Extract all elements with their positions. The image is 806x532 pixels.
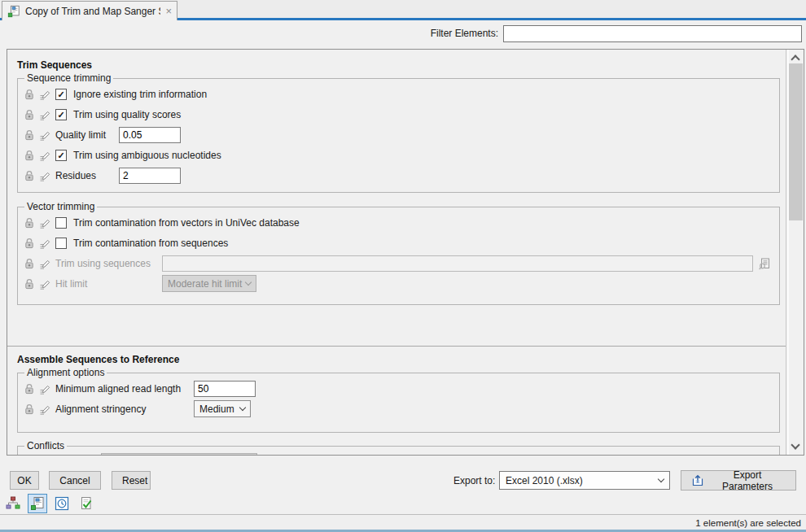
edit-pencil-icon[interactable]	[39, 89, 50, 100]
reset-button[interactable]: Reset	[112, 471, 151, 490]
checkbox[interactable]: ✓	[55, 150, 67, 161]
param-row: Trim contamination from sequences	[18, 233, 779, 253]
export-parameters-icon	[691, 474, 704, 487]
param-label: Trim using sequences	[55, 258, 162, 269]
alignment-stringency-dropdown[interactable]: Medium	[194, 400, 251, 417]
view-mode-toolbar	[3, 494, 96, 513]
scroll-up-icon[interactable]	[791, 55, 799, 63]
filter-elements-label: Filter Elements:	[431, 28, 498, 39]
param-label: Alignment stringency	[55, 403, 194, 415]
selection-status-text: 1 element(s) are selected	[695, 518, 801, 528]
param-label: Hit limit	[55, 278, 162, 290]
param-row: Trim contamination from vectors in UniVe…	[18, 212, 779, 233]
tab-title: Copy of Trim and Map Sanger S...	[25, 6, 160, 17]
tab-copy-of-trim-and-map-sanger[interactable]: Copy of Trim and Map Sanger S... ×	[2, 1, 177, 20]
param-row: Quality limit	[18, 124, 779, 145]
group-alignment-options: Alignment options Minimum aligned read l…	[17, 367, 780, 433]
checkbox[interactable]	[55, 217, 67, 229]
element-info-check-icon[interactable]	[77, 494, 96, 513]
filter-row: Filter Elements:	[0, 24, 806, 45]
edit-pencil-icon[interactable]	[39, 170, 50, 181]
cancel-button[interactable]: Cancel	[49, 471, 101, 490]
tab-bar: Copy of Trim and Map Sanger S... ×	[0, 0, 806, 20]
param-label: Trim contamination from sequences	[73, 238, 228, 249]
edit-pencil-icon[interactable]	[39, 150, 50, 161]
workflow-editor-view-icon[interactable]	[28, 494, 47, 513]
trim-using-sequences-input	[162, 255, 753, 272]
param-row: Alignment stringency Medium	[18, 399, 779, 419]
edit-pencil-icon[interactable]	[39, 217, 50, 229]
lock-open-icon[interactable]	[24, 383, 34, 395]
section-title-assemble: Assemble Sequences to Reference	[17, 354, 179, 365]
filter-elements-input[interactable]	[503, 25, 802, 42]
edit-pencil-icon[interactable]	[39, 383, 50, 395]
vertical-scrollbar[interactable]	[786, 50, 804, 455]
edit-pencil-icon[interactable]	[39, 258, 50, 269]
group-title: Alignment options	[24, 367, 107, 378]
export-format-dropdown[interactable]: Excel 2010 (.xlsx)	[499, 471, 670, 490]
checkbox[interactable]	[55, 238, 67, 249]
browse-sequences-icon	[758, 257, 771, 270]
export-parameters-button[interactable]: Export Parameters	[681, 470, 796, 491]
status-bar: 1 element(s) are selected	[0, 514, 806, 532]
param-label: Minimum aligned read length	[55, 383, 194, 395]
lock-open-icon[interactable]	[24, 89, 34, 100]
quality-limit-input[interactable]	[119, 127, 181, 143]
edit-pencil-icon[interactable]	[39, 403, 50, 415]
chevron-down-icon	[245, 279, 252, 286]
scrollbar-thumb[interactable]	[789, 63, 803, 220]
scroll-down-icon[interactable]	[791, 440, 799, 449]
lock-open-icon[interactable]	[24, 170, 34, 181]
group-conflicts: Conflicts	[17, 440, 780, 455]
group-title: Sequence trimming	[24, 72, 113, 84]
edit-pencil-icon[interactable]	[39, 278, 50, 290]
edit-pencil-icon[interactable]	[39, 109, 50, 120]
parameters-scroll-content: Trim Sequences Sequence trimming ✓ Ignor…	[7, 50, 786, 455]
checkbox[interactable]: ✓	[55, 109, 67, 120]
workflow-parameters-window: Copy of Trim and Map Sanger S... × Filte…	[0, 0, 806, 532]
hit-limit-dropdown: Moderate hit limit	[162, 275, 256, 292]
checkbox[interactable]: ✓	[55, 89, 67, 100]
parameters-panel: Trim Sequences Sequence trimming ✓ Ignor…	[7, 49, 804, 456]
edit-pencil-icon[interactable]	[39, 238, 50, 249]
workflow-doc-icon	[7, 5, 20, 18]
export-to-label: Export to:	[453, 475, 495, 486]
residues-input[interactable]	[119, 168, 181, 184]
ok-button[interactable]: OK	[10, 471, 39, 490]
tab-close-icon[interactable]: ×	[165, 6, 172, 16]
param-row: ✓ Ignore existing trim information	[18, 84, 779, 104]
group-vector-trimming: Vector trimming Trim contamination from …	[17, 201, 780, 305]
group-title: Vector trimming	[24, 201, 97, 212]
param-row	[18, 451, 779, 455]
group-sequence-trimming: Sequence trimming ✓ Ignore existing trim…	[17, 72, 780, 193]
history-clock-icon[interactable]	[52, 494, 72, 513]
workflow-hierarchy-icon[interactable]	[3, 494, 23, 513]
section-title-trim-sequences: Trim Sequences	[17, 59, 92, 71]
param-row: Trim using sequences	[18, 253, 779, 273]
lock-open-icon[interactable]	[24, 109, 34, 120]
lock-open-icon[interactable]	[24, 403, 34, 415]
lock-open-icon[interactable]	[24, 238, 34, 249]
group-title: Conflicts	[24, 440, 67, 451]
param-row: ✓ Trim using quality scores	[18, 104, 779, 124]
param-label: Residues	[55, 170, 119, 181]
param-row: Minimum aligned read length	[18, 378, 779, 399]
param-row: Residues	[18, 165, 779, 185]
edit-pencil-icon[interactable]	[39, 129, 50, 141]
footer: OK Cancel Reset Export to: Excel 2010 (.…	[0, 456, 806, 514]
chevron-down-icon	[239, 404, 246, 411]
min-aligned-read-length-input[interactable]	[194, 381, 256, 397]
lock-open-icon[interactable]	[24, 258, 34, 269]
param-row: Hit limit Moderate hit limit	[18, 273, 779, 294]
lock-open-icon[interactable]	[24, 150, 34, 161]
lock-open-icon[interactable]	[24, 129, 34, 141]
lock-open-icon[interactable]	[24, 278, 34, 290]
lock-open-icon[interactable]	[24, 217, 34, 229]
section-divider	[7, 346, 786, 347]
param-label: Quality limit	[55, 129, 119, 141]
param-label: Trim using ambiguous nucleotides	[73, 150, 221, 161]
param-label: Trim contamination from vectors in UniVe…	[73, 217, 300, 229]
conflicts-dropdown[interactable]	[101, 453, 257, 455]
param-label: Trim using quality scores	[73, 109, 181, 120]
param-row: ✓ Trim using ambiguous nucleotides	[18, 145, 779, 165]
